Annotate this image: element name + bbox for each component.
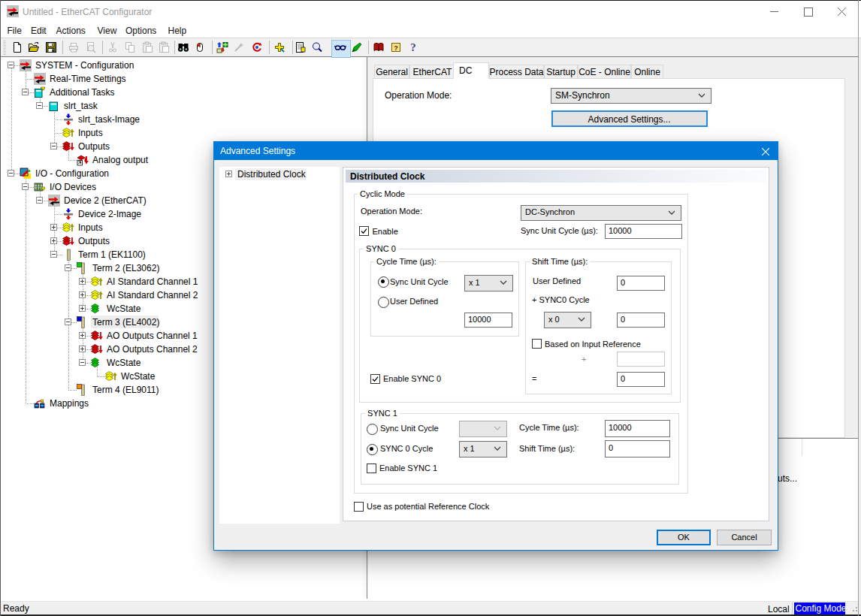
svg-text:?: ? [394, 44, 398, 52]
svg-text:?: ? [410, 41, 416, 53]
